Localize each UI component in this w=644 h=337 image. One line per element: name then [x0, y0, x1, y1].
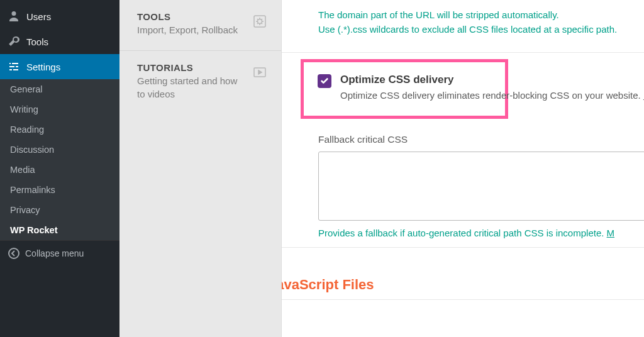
submenu-general[interactable]: General [0, 79, 119, 99]
wp-admin-sidebar: Users Tools Settings General Writing Rea… [0, 0, 119, 337]
url-hint: The domain part of the URL will be strip… [299, 8, 644, 52]
settings-submenu: General Writing Reading Discussion Media… [0, 79, 119, 240]
video-icon [252, 65, 267, 80]
optimize-css-desc: Optimize CSS delivery eliminates render-… [340, 89, 644, 102]
users-icon [8, 10, 20, 23]
svg-point-0 [9, 248, 19, 258]
javascript-files-heading: JavaScript Files [282, 277, 644, 293]
wr-tutorials-title: TUTORIALS [137, 62, 245, 73]
submenu-reading[interactable]: Reading [0, 119, 119, 140]
wr-tools-sub: Import, Export, Rollback [137, 23, 245, 36]
optimize-css-title: Optimize CSS delivery [340, 74, 644, 86]
fallback-help: Provides a fallback if auto-generated cr… [318, 228, 644, 238]
svg-point-2 [258, 19, 262, 24]
wr-tools-title: TOOLS [137, 11, 245, 22]
collapse-icon [8, 247, 20, 260]
wr-tutorials-block[interactable]: TUTORIALS Getting started and how to vid… [119, 51, 281, 114]
collapse-menu-button[interactable]: Collapse menu [0, 240, 119, 266]
hint-line-2: Use (.*).css wildcards to exclude all CS… [318, 22, 644, 36]
optimize-css-checkbox[interactable] [318, 74, 331, 88]
optimize-css-highlight: Optimize CSS delivery Optimize CSS deliv… [301, 59, 508, 119]
gear-icon [252, 14, 267, 29]
fallback-label: Fallback critical CSS [318, 134, 644, 145]
sidebar-label: Users [26, 11, 51, 22]
submenu-privacy[interactable]: Privacy [0, 200, 119, 220]
hint-line-1: The domain part of the URL will be strip… [318, 8, 644, 22]
submenu-media[interactable]: Media [0, 160, 119, 180]
wprocket-sidebar: TOOLS Import, Export, Rollback TUTORIALS… [119, 0, 282, 337]
sliders-icon [8, 60, 20, 73]
submenu-wp-rocket[interactable]: WP Rocket [0, 220, 119, 240]
content-area: The domain part of the URL will be strip… [282, 0, 644, 337]
submenu-writing[interactable]: Writing [0, 99, 119, 119]
sidebar-label: Settings [26, 62, 60, 72]
sidebar-spacer [0, 266, 119, 337]
wr-tutorials-sub: Getting started and how to videos [137, 74, 245, 101]
sidebar-item-settings[interactable]: Settings [0, 54, 119, 79]
submenu-permalinks[interactable]: Permalinks [0, 180, 119, 200]
sidebar-label: Tools [26, 36, 48, 47]
submenu-discussion[interactable]: Discussion [0, 140, 119, 160]
wrench-icon [8, 35, 20, 48]
sidebar-item-users[interactable]: Users [0, 4, 119, 29]
fallback-css-textarea[interactable] [318, 152, 644, 221]
svg-rect-1 [254, 16, 265, 27]
collapse-label: Collapse menu [25, 248, 84, 258]
fallback-css-field: Fallback critical CSS Provides a fallbac… [318, 134, 644, 247]
wr-tools-block[interactable]: TOOLS Import, Export, Rollback [119, 0, 281, 51]
fallback-help-link[interactable]: M [607, 228, 615, 238]
sidebar-item-tools[interactable]: Tools [0, 29, 119, 54]
